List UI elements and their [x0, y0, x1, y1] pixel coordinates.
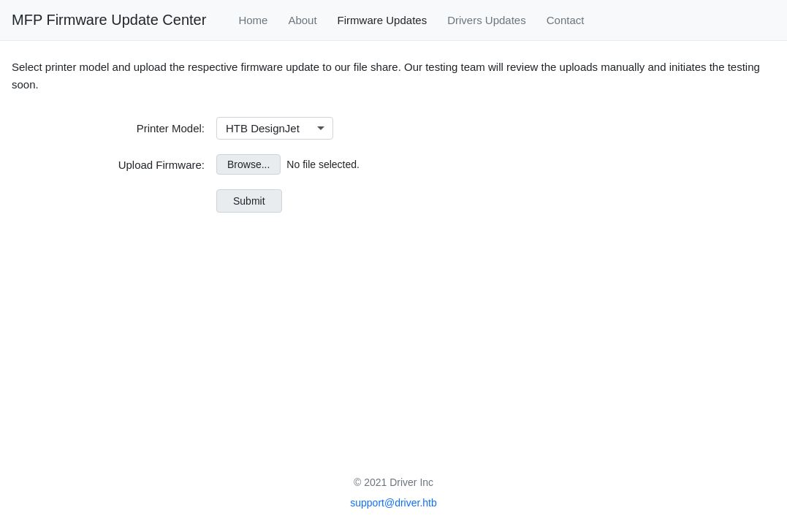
nav-links: Home About Firmware Updates Drivers Upda…: [229, 8, 593, 32]
nav-link-home[interactable]: Home: [229, 8, 276, 32]
printer-model-label: Printer Model:: [99, 122, 216, 134]
nav-link-contact[interactable]: Contact: [538, 8, 593, 32]
footer-email[interactable]: support@driver.htb: [350, 497, 437, 509]
browse-button[interactable]: Browse...: [216, 154, 281, 175]
nav-link-drivers-updates[interactable]: Drivers Updates: [438, 8, 535, 32]
upload-firmware-row: Upload Firmware: Browse... No file selec…: [99, 154, 775, 175]
submit-button[interactable]: Submit: [216, 189, 282, 213]
upload-firmware-control: Browse... No file selected.: [216, 154, 360, 175]
no-file-text: No file selected.: [286, 159, 360, 170]
intro-text: Select printer model and upload the resp…: [12, 58, 775, 94]
footer: © 2021 Driver Inc support@driver.htb: [0, 459, 787, 532]
upload-firmware-label: Upload Firmware:: [99, 159, 216, 171]
footer-copyright: © 2021 Driver Inc: [12, 476, 775, 488]
nav-link-about[interactable]: About: [279, 8, 325, 32]
printer-model-control: HTB DesignJet: [216, 117, 333, 140]
navbar-brand: MFP Firmware Update Center: [12, 12, 206, 28]
firmware-form: Printer Model: HTB DesignJet Upload Firm…: [99, 117, 775, 213]
nav-link-firmware-updates[interactable]: Firmware Updates: [329, 8, 436, 32]
main-content: Select printer model and upload the resp…: [0, 41, 787, 459]
printer-model-row: Printer Model: HTB DesignJet: [99, 117, 775, 140]
submit-row: Submit: [99, 189, 775, 213]
printer-model-select[interactable]: HTB DesignJet: [216, 117, 333, 140]
submit-control: Submit: [216, 189, 282, 213]
navbar: MFP Firmware Update Center Home About Fi…: [0, 0, 787, 41]
